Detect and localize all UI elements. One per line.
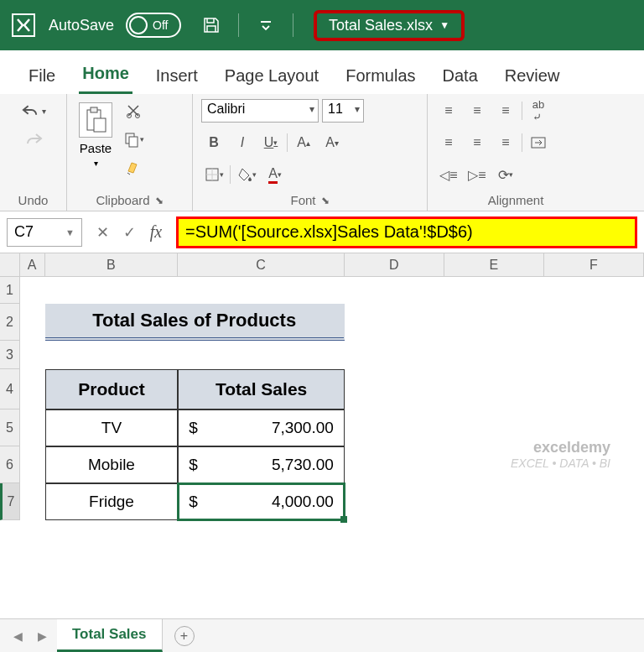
cell[interactable] bbox=[544, 277, 644, 304]
merge-button[interactable] bbox=[526, 131, 551, 154]
copy-button[interactable]: ▾ bbox=[121, 128, 146, 151]
paste-button[interactable]: Paste ▾ bbox=[75, 99, 116, 171]
tab-home[interactable]: Home bbox=[79, 59, 132, 94]
cell[interactable] bbox=[20, 277, 45, 304]
row-header[interactable]: 4 bbox=[0, 369, 20, 409]
fill-color-button[interactable]: ▾ bbox=[234, 163, 259, 186]
redo-button[interactable] bbox=[21, 128, 46, 151]
cell[interactable] bbox=[544, 304, 644, 341]
autosave-toggle[interactable]: Off bbox=[126, 13, 181, 38]
tab-formulas[interactable]: Formulas bbox=[342, 61, 418, 94]
cell[interactable] bbox=[345, 409, 444, 446]
cell[interactable] bbox=[178, 277, 344, 304]
cell[interactable] bbox=[444, 369, 544, 409]
cut-button[interactable] bbox=[121, 99, 146, 123]
tab-review[interactable]: Review bbox=[501, 61, 564, 94]
row-header[interactable]: 6 bbox=[0, 446, 20, 483]
font-name-select[interactable]: Calibri bbox=[201, 99, 319, 123]
col-header[interactable]: E bbox=[444, 253, 544, 276]
shrink-font-button[interactable]: A▾ bbox=[319, 131, 345, 154]
tab-data[interactable]: Data bbox=[439, 61, 481, 94]
cell[interactable] bbox=[20, 483, 45, 520]
row-header[interactable]: 2 bbox=[0, 304, 20, 341]
cell[interactable] bbox=[444, 304, 544, 341]
font-size-select[interactable]: 11 bbox=[322, 99, 364, 123]
row-header[interactable]: 7 bbox=[0, 483, 20, 520]
table-header-sales[interactable]: Total Sales bbox=[178, 369, 344, 409]
name-box[interactable]: C7 ▼ bbox=[7, 218, 82, 247]
save-icon[interactable] bbox=[200, 13, 223, 37]
formula-input[interactable]: =SUM('[Source.xlsx]Sales Data'!$D$6) bbox=[176, 216, 637, 248]
cell[interactable] bbox=[345, 483, 444, 520]
col-header[interactable]: A bbox=[20, 253, 45, 276]
active-cell[interactable]: $4,000.00 bbox=[178, 483, 345, 520]
cell[interactable] bbox=[544, 341, 644, 369]
align-middle-button[interactable]: ≡ bbox=[465, 99, 490, 123]
cell[interactable] bbox=[544, 369, 644, 409]
sheet-next-icon[interactable]: ▶ bbox=[33, 629, 52, 643]
table-cell[interactable]: TV bbox=[45, 409, 179, 446]
table-cell[interactable]: $5,730.00 bbox=[178, 446, 345, 483]
underline-button[interactable]: U▾ bbox=[258, 131, 283, 154]
table-cell[interactable]: $7,300.00 bbox=[178, 409, 345, 446]
cell[interactable] bbox=[20, 409, 45, 446]
align-top-button[interactable]: ≡ bbox=[436, 99, 461, 123]
clipboard-launcher-icon[interactable]: ⬊ bbox=[155, 195, 164, 206]
table-cell[interactable]: Mobile bbox=[45, 446, 179, 483]
row-header[interactable]: 1 bbox=[0, 277, 20, 304]
col-header[interactable]: D bbox=[345, 253, 444, 276]
font-launcher-icon[interactable]: ⬊ bbox=[321, 195, 330, 206]
row-header[interactable]: 3 bbox=[0, 341, 20, 369]
cell[interactable] bbox=[345, 341, 444, 369]
enter-formula-button[interactable]: ✓ bbox=[116, 218, 143, 247]
row-header[interactable]: 5 bbox=[0, 409, 20, 446]
decrease-indent-button[interactable]: ◁≡ bbox=[436, 163, 461, 186]
customize-qat-icon[interactable] bbox=[254, 13, 278, 37]
grow-font-button[interactable]: A▴ bbox=[291, 131, 316, 154]
cell[interactable] bbox=[45, 341, 179, 369]
select-all-corner[interactable] bbox=[0, 253, 20, 276]
undo-button[interactable]: ▾ bbox=[21, 99, 46, 123]
italic-button[interactable]: I bbox=[230, 131, 255, 154]
tab-insert[interactable]: Insert bbox=[153, 61, 201, 94]
align-center-button[interactable]: ≡ bbox=[465, 131, 490, 154]
sheet-tab[interactable]: Total Sales bbox=[57, 619, 163, 652]
cell[interactable] bbox=[20, 341, 45, 369]
cell[interactable] bbox=[444, 483, 544, 520]
cell[interactable] bbox=[20, 304, 45, 341]
format-painter-button[interactable] bbox=[121, 156, 146, 180]
font-color-button[interactable]: A▾ bbox=[262, 163, 288, 186]
orientation-button[interactable]: ⟳▾ bbox=[493, 163, 518, 186]
tab-page-layout[interactable]: Page Layout bbox=[221, 61, 322, 94]
filename-dropdown-icon[interactable]: ▼ bbox=[439, 19, 449, 31]
bold-button[interactable]: B bbox=[201, 131, 226, 154]
insert-function-button[interactable]: fx bbox=[143, 218, 169, 247]
tab-file[interactable]: File bbox=[25, 61, 59, 94]
filename[interactable]: Total Sales.xlsx bbox=[329, 17, 433, 34]
cell[interactable] bbox=[345, 304, 444, 341]
align-left-button[interactable]: ≡ bbox=[436, 131, 461, 154]
add-sheet-button[interactable]: + bbox=[174, 626, 195, 646]
col-header[interactable]: F bbox=[544, 253, 644, 276]
cell[interactable] bbox=[178, 341, 344, 369]
cell[interactable] bbox=[345, 369, 444, 409]
cell[interactable] bbox=[20, 446, 45, 483]
table-cell[interactable]: Fridge bbox=[45, 483, 179, 520]
cell[interactable] bbox=[20, 369, 45, 409]
increase-indent-button[interactable]: ▷≡ bbox=[465, 163, 490, 186]
borders-button[interactable]: ▾ bbox=[201, 163, 226, 186]
align-bottom-button[interactable]: ≡ bbox=[493, 99, 518, 123]
table-header-product[interactable]: Product bbox=[45, 369, 179, 409]
sheet-title[interactable]: Total Sales of Products bbox=[45, 304, 345, 341]
align-right-button[interactable]: ≡ bbox=[493, 131, 518, 154]
cell[interactable] bbox=[544, 483, 644, 520]
col-header[interactable]: B bbox=[45, 253, 179, 276]
col-header[interactable]: C bbox=[178, 253, 344, 276]
cancel-formula-button[interactable]: ✕ bbox=[89, 218, 116, 247]
sheet-prev-icon[interactable]: ◀ bbox=[8, 629, 28, 643]
cell[interactable] bbox=[444, 341, 544, 369]
cell[interactable] bbox=[345, 446, 444, 483]
wrap-text-button[interactable]: ab⤶ bbox=[526, 99, 551, 123]
cell[interactable] bbox=[345, 277, 444, 304]
cell[interactable] bbox=[45, 277, 179, 304]
